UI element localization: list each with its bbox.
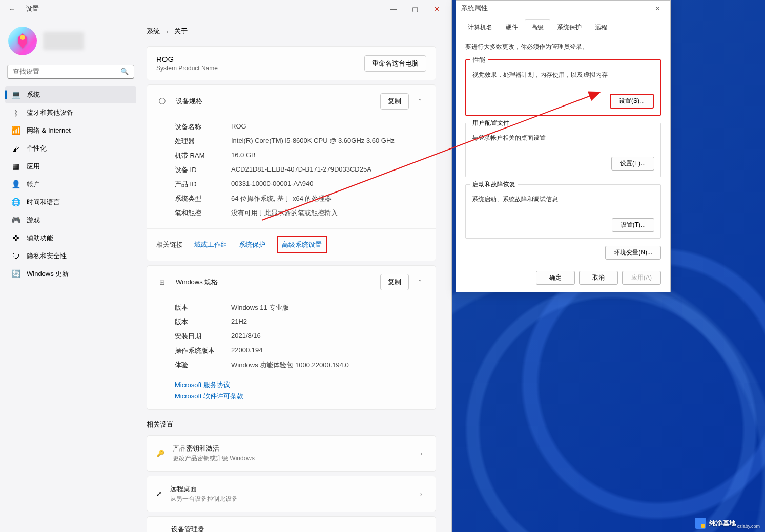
- nav-icon: 🛡: [11, 251, 20, 261]
- dialog-titlebar: 系统属性 ✕: [456, 1, 670, 16]
- spec-key: 体验: [175, 360, 231, 370]
- ok-button[interactable]: 确定: [536, 271, 575, 285]
- spec-key: 系统类型: [175, 194, 231, 203]
- nav-icon: 👤: [11, 180, 20, 189]
- link-system-protection[interactable]: 系统保护: [239, 240, 265, 249]
- tab-2[interactable]: 高级: [525, 19, 550, 35]
- spec-value: 没有可用于此显示器的笔或触控输入: [231, 208, 338, 218]
- nav-item-5[interactable]: 👤帐户: [5, 176, 136, 193]
- related-item-1[interactable]: ⤢远程桌面从另一台设备控制此设备›: [147, 476, 436, 512]
- nav-icon: ᛒ: [11, 108, 20, 117]
- related-links-label: 相关链接: [156, 240, 183, 249]
- chevron-icon: ›: [416, 491, 426, 498]
- spec-key: 笔和触控: [175, 208, 231, 218]
- related-links-row: 相关链接 域或工作组 系统保护 高级系统设置: [147, 228, 436, 261]
- window-title: 设置: [26, 4, 39, 13]
- spec-value: Windows 11 专业版: [231, 303, 289, 312]
- item-subtitle: 从另一台设备控制此设备: [170, 495, 408, 503]
- nav-item-9[interactable]: 🛡隐私和安全性: [5, 247, 136, 265]
- back-button[interactable]: ←: [4, 5, 19, 13]
- device-specs-header[interactable]: ⓘ 设备规格 复制 ⌃: [147, 85, 436, 118]
- nav-label: 时间和语言: [27, 198, 60, 207]
- item-title: 设备管理器: [171, 525, 405, 532]
- tab-0[interactable]: 计算机名: [461, 19, 499, 35]
- nav-item-4[interactable]: ▦应用: [5, 158, 136, 175]
- spec-value: Intel(R) Core(TM) i5-8600K CPU @ 3.60GHz…: [231, 137, 395, 146]
- search-icon: 🔍: [120, 68, 129, 75]
- nav-icon: 🎮: [11, 216, 20, 225]
- nav-item-10[interactable]: 🔄Windows 更新: [5, 265, 136, 283]
- chevron-icon: ›: [416, 450, 426, 457]
- search-input[interactable]: [13, 68, 120, 75]
- collapse-icon[interactable]: ⌃: [413, 279, 426, 286]
- nav-item-6[interactable]: 🌐时间和语言: [5, 194, 136, 211]
- nav-item-2[interactable]: 📶网络 & Internet: [5, 122, 136, 139]
- device-specs-title: 设备规格: [176, 97, 372, 106]
- group-legend: 性能: [470, 56, 488, 65]
- nav-label: 隐私和安全性: [27, 251, 67, 261]
- titlebar: ← 设置 — ▢ ✕: [0, 0, 451, 17]
- spec-key: 版本: [175, 303, 231, 312]
- spec-key: 操作系统版本: [175, 346, 231, 355]
- windows-specs-header[interactable]: ⊞ Windows 规格 复制 ⌃: [147, 266, 436, 299]
- user-info[interactable]: [5, 23, 136, 65]
- maximize-button[interactable]: ▢: [404, 5, 426, 13]
- nav-label: Windows 更新: [27, 269, 69, 279]
- close-button[interactable]: ✕: [426, 5, 447, 13]
- windows-icon: ⊞: [156, 279, 168, 286]
- nav-label: 帐户: [27, 180, 40, 189]
- svg-point-0: [20, 35, 25, 40]
- minimize-button[interactable]: —: [383, 5, 404, 13]
- related-settings-title: 相关设置: [147, 420, 436, 429]
- nav-item-8[interactable]: ✜辅助功能: [5, 229, 136, 247]
- link-domain-workgroup[interactable]: 域或工作组: [194, 240, 228, 249]
- spec-value: ROG: [231, 122, 246, 132]
- rename-pc-button[interactable]: 重命名这台电脑: [364, 55, 426, 72]
- group-settings-button[interactable]: 设置(T)...: [612, 218, 654, 232]
- nav-item-0[interactable]: 💻系统: [5, 86, 136, 103]
- group-settings-button[interactable]: 设置(E)...: [611, 157, 654, 171]
- dialog-close-button[interactable]: ✕: [650, 5, 665, 12]
- related-item-0[interactable]: 🔑产品密钥和激活更改产品密钥或升级 Windows›: [147, 435, 436, 472]
- nav-icon: 🖌: [11, 144, 20, 153]
- link-ms-service-agreement[interactable]: Microsoft 服务协议: [175, 380, 426, 390]
- watermark-text: 纯净基地: [709, 519, 736, 528]
- group-legend: 用户配置文件: [470, 119, 512, 127]
- nav-item-1[interactable]: ᛒ蓝牙和其他设备: [5, 104, 136, 121]
- spec-value: 22000.194: [231, 346, 262, 355]
- group-1: 用户配置文件与登录帐户相关的桌面设置设置(E)...: [465, 123, 661, 177]
- group-settings-button[interactable]: 设置(S)...: [610, 94, 654, 109]
- breadcrumb-parent[interactable]: 系统: [147, 27, 160, 36]
- spec-key: 版本: [175, 317, 231, 327]
- tab-1[interactable]: 硬件: [499, 19, 525, 35]
- cancel-button[interactable]: 取消: [579, 271, 618, 285]
- nav-item-7[interactable]: 🎮游戏: [5, 211, 136, 229]
- collapse-icon[interactable]: ⌃: [413, 98, 426, 105]
- windows-specs-card: ⊞ Windows 规格 复制 ⌃ 版本Windows 11 专业版版本21H2…: [147, 265, 436, 410]
- link-ms-license-terms[interactable]: Microsoft 软件许可条款: [175, 392, 426, 401]
- link-advanced-system-settings[interactable]: 高级系统设置: [277, 236, 327, 253]
- spec-row: 体验Windows 功能体验包 1000.22000.194.0: [156, 358, 426, 372]
- spec-value: 16.0 GB: [231, 151, 256, 160]
- watermark-sub: czlaby.com: [737, 524, 760, 529]
- copy-device-specs-button[interactable]: 复制: [380, 93, 409, 110]
- spec-row: 处理器Intel(R) Core(TM) i5-8600K CPU @ 3.60…: [156, 134, 426, 148]
- copy-windows-specs-button[interactable]: 复制: [380, 274, 409, 290]
- nav-item-3[interactable]: 🖌个性化: [5, 140, 136, 157]
- group-desc: 与登录帐户相关的桌面设置: [472, 134, 654, 142]
- nav-label: 蓝牙和其他设备: [27, 108, 73, 117]
- spec-value: 64 位操作系统, 基于 x64 的处理器: [231, 194, 332, 203]
- spec-row: 设备 IDACD21D81-EEBB-407D-B171-279D033CD25…: [156, 163, 426, 177]
- nav-icon: 🌐: [11, 198, 20, 207]
- nav-label: 辅助功能: [27, 233, 53, 243]
- env-vars-button[interactable]: 环境变量(N)...: [605, 246, 661, 260]
- tab-3[interactable]: 系统保护: [550, 19, 588, 35]
- spec-key: 产品 ID: [175, 180, 231, 189]
- pc-name: ROG: [156, 55, 364, 63]
- search-box[interactable]: 🔍: [7, 65, 134, 79]
- nav-label: 游戏: [27, 216, 40, 225]
- tab-4[interactable]: 远程: [588, 19, 614, 35]
- content-area: 系统 › 关于 ROG System Product Name 重命名这台电脑 …: [138, 17, 451, 532]
- related-item-2[interactable]: 🖴设备管理器打印机和其他驱动程序、硬件属性↗: [147, 516, 436, 532]
- sidebar: 🔍 💻系统ᛒ蓝牙和其他设备📶网络 & Internet🖌个性化▦应用👤帐户🌐时间…: [0, 17, 138, 532]
